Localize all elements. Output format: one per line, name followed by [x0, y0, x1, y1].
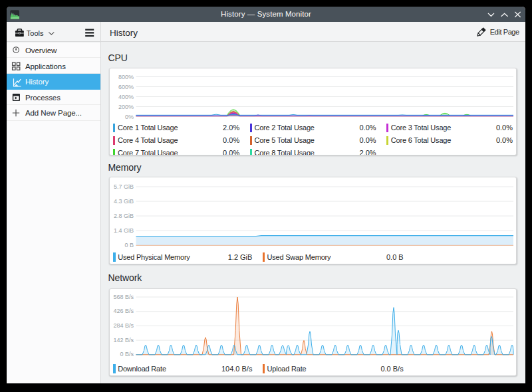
svg-text:Edit Page: Edit Page [490, 28, 519, 36]
svg-text:History: History [110, 28, 138, 38]
svg-text:Tools: Tools [27, 29, 44, 37]
